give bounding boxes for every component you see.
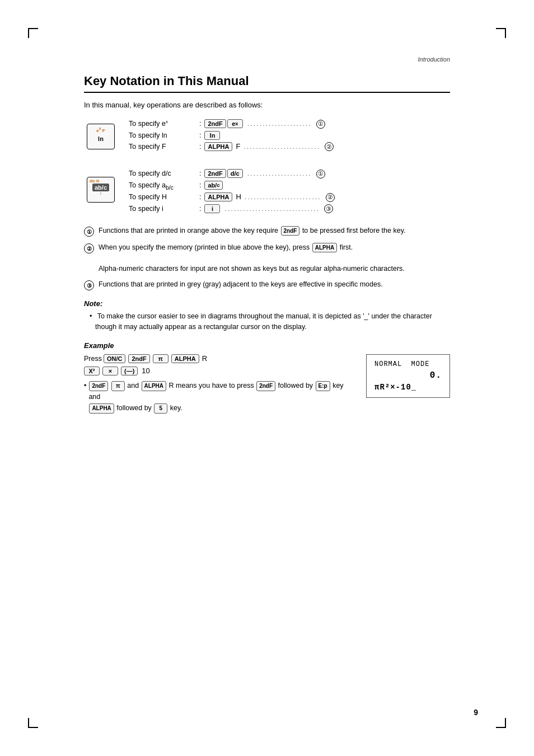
circle-1: ① bbox=[316, 120, 325, 129]
li-content-1: Functions that are printed in orange abo… bbox=[99, 226, 450, 236]
bullet-text: 2ndF π and ALPHA R means you have to pre… bbox=[88, 380, 349, 414]
example-section: Example Press ON/C 2ndF π ALPHA R X² × (… bbox=[84, 341, 450, 414]
num-circle-3: ③ bbox=[84, 280, 94, 290]
li-content-3: Functions that are printed in grey (gray… bbox=[99, 279, 450, 290]
inline-5: 5 bbox=[154, 403, 167, 414]
and-text: and bbox=[127, 382, 140, 389]
circle-1b: ① bbox=[316, 170, 325, 179]
list-item-2: ② When you specify the memory (printed i… bbox=[84, 242, 450, 274]
key-abc: ab/c bbox=[204, 181, 223, 190]
dots-2: ......................... bbox=[243, 143, 320, 151]
notation-rows-1: To specify ex : 2ndF ex ................… bbox=[129, 119, 450, 153]
example-text-col: Press ON/C 2ndF π ALPHA R X² × (—) 10 bbox=[84, 354, 349, 414]
numbered-list: ① Functions that are printed in orange a… bbox=[84, 226, 450, 290]
notation-row-abc: To specify ab/c : ab/c bbox=[129, 181, 450, 191]
circle-3: ③ bbox=[324, 204, 333, 213]
ten-label: 10 bbox=[142, 367, 149, 375]
ef-main-label: ln bbox=[98, 135, 104, 142]
num-circle-2: ② bbox=[84, 243, 94, 253]
specify-label-abc: To specify ab/c bbox=[129, 181, 196, 191]
num-circle-1: ① bbox=[84, 227, 94, 237]
page-number: 9 bbox=[474, 708, 478, 717]
key-text: key. bbox=[170, 404, 182, 412]
key-2ndf-2: 2ndF bbox=[204, 169, 226, 178]
display-line3: πR²×-10_ bbox=[374, 383, 442, 392]
key-ex: ex bbox=[227, 119, 243, 128]
inline-alpha-b: ALPHA bbox=[142, 381, 166, 391]
dots-4: ......................... bbox=[245, 193, 321, 201]
abc-main-label: ab/c bbox=[92, 184, 109, 191]
press-label: Press bbox=[84, 355, 102, 363]
notation-row-h: To specify H : ALPHA H .................… bbox=[129, 192, 450, 202]
key-ln: ln bbox=[204, 131, 220, 140]
specify-label-f: To specify F bbox=[129, 143, 196, 151]
section-label: Introduction bbox=[418, 56, 450, 63]
dots-1: ..................... bbox=[247, 120, 312, 128]
spacer bbox=[129, 163, 450, 169]
f-label: F bbox=[236, 142, 240, 151]
specify-label-dc: To specify d/c bbox=[129, 170, 196, 177]
abc-key-icon: d/c H ab/c i bbox=[87, 177, 115, 203]
note-content: To make the cursor easier to see in diag… bbox=[84, 311, 450, 332]
circle-2a: ② bbox=[325, 142, 334, 151]
corner-mark-tl bbox=[28, 28, 38, 38]
inline-key-2ndf: 2ndF bbox=[281, 226, 300, 236]
page-content: Introduction Key Notation in This Manual… bbox=[28, 0, 506, 478]
dots-3: ..................... bbox=[247, 170, 312, 177]
specify-label-i: To specify i bbox=[129, 205, 196, 213]
corner-mark-bl bbox=[28, 718, 38, 728]
notation-rows-2: To specify d/c : 2ndF d/c ..............… bbox=[129, 163, 450, 215]
key-icon-abc: d/c H ab/c i bbox=[84, 163, 118, 215]
example-title: Example bbox=[84, 341, 450, 350]
example-area: Press ON/C 2ndF π ALPHA R X² × (—) 10 bbox=[84, 354, 450, 414]
inline-pi: π bbox=[111, 381, 125, 391]
display-line2: 0. bbox=[374, 370, 442, 381]
example-bullet: 2ndF π and ALPHA R means you have to pre… bbox=[84, 380, 349, 414]
key-i: i bbox=[204, 204, 220, 213]
notation-row-i: To specify i : i .......................… bbox=[129, 204, 450, 214]
intro-text: In this manual, key operations are descr… bbox=[84, 101, 450, 109]
h-label: H bbox=[236, 192, 241, 201]
inline-key-alpha: ALPHA bbox=[312, 243, 337, 252]
r-text: R means you have to press bbox=[169, 382, 256, 389]
notation-row-dc: To specify d/c : 2ndF d/c ..............… bbox=[129, 169, 450, 179]
followed-by-text-2: followed by bbox=[116, 404, 153, 412]
r-label: R bbox=[202, 354, 207, 363]
example-line2: X² × (—) 10 bbox=[84, 367, 349, 375]
li-content-2: When you specify the memory (printed in … bbox=[99, 242, 450, 274]
dots-5: ............................... bbox=[224, 205, 320, 213]
ef-top-label: ex F bbox=[96, 126, 105, 133]
display-line1: NORMAL MODE bbox=[374, 360, 442, 368]
key-2ndf-ex: 2ndF bbox=[128, 354, 149, 363]
inline-ep: E:p bbox=[316, 381, 330, 391]
key-icon-ef: ex F ln bbox=[84, 119, 118, 153]
abc-top-label: d/c H bbox=[90, 179, 99, 183]
key-x2: X² bbox=[84, 367, 100, 375]
key-onc: ON/C bbox=[104, 354, 126, 363]
key-alpha-1: ALPHA bbox=[204, 142, 232, 151]
inline-2ndf: 2ndF bbox=[89, 381, 108, 391]
specify-label-ln: To specify ln bbox=[129, 132, 196, 139]
key-dc: d/c bbox=[227, 169, 243, 178]
header-section: Introduction bbox=[84, 56, 450, 63]
corner-mark-br bbox=[496, 718, 506, 728]
circle-2b: ② bbox=[326, 193, 335, 202]
list-item-1: ① Functions that are printed in orange a… bbox=[84, 226, 450, 237]
notation-row-ln: To specify ln : ln bbox=[129, 131, 450, 140]
key-alpha-ex: ALPHA bbox=[171, 354, 199, 363]
key-neg: (—) bbox=[121, 367, 138, 375]
notation-row-f: To specify F : ALPHA F .................… bbox=[129, 142, 450, 152]
key-alpha-2: ALPHA bbox=[204, 192, 232, 201]
key-2ndf-1: 2ndF bbox=[204, 119, 226, 128]
key-times: × bbox=[102, 367, 118, 375]
inline-2ndf-b: 2ndF bbox=[256, 381, 275, 391]
example-press-line: Press ON/C 2ndF π ALPHA R bbox=[84, 354, 349, 363]
ef-key-icon: ex F ln bbox=[87, 124, 115, 149]
list-item-3: ③ Functions that are printed in grey (gr… bbox=[84, 279, 450, 290]
specify-label-h: To specify H bbox=[129, 193, 196, 201]
corner-mark-tr bbox=[496, 28, 506, 38]
note-section: Note: To make the cursor easier to see i… bbox=[84, 299, 450, 332]
inline-alpha-c: ALPHA bbox=[89, 403, 114, 414]
abc-sub-label: i bbox=[100, 191, 101, 195]
notation-block-1: ex F ln To specify ex : 2ndF ex ........… bbox=[84, 119, 450, 153]
